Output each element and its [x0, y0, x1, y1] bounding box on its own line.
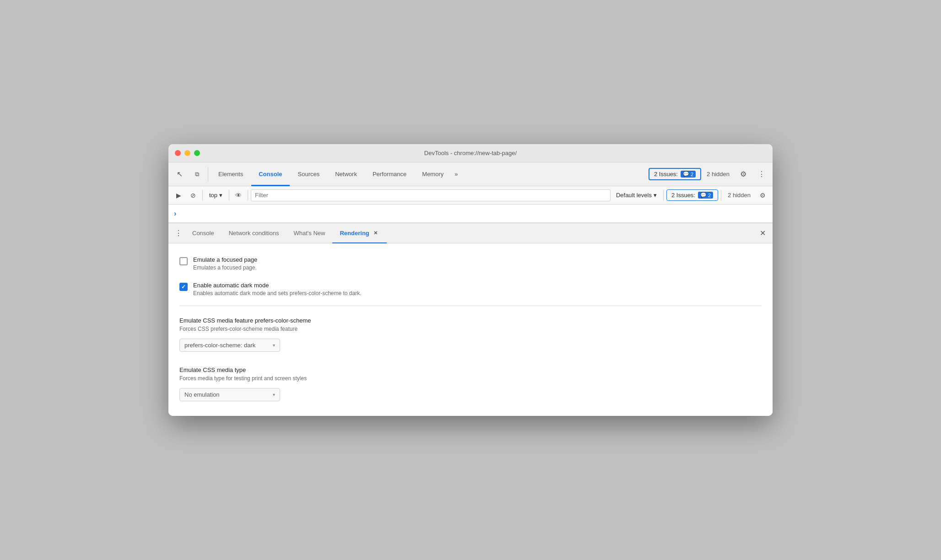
- maximize-button[interactable]: [194, 150, 200, 156]
- css-media-type-dropdown[interactable]: No emulation ▾: [179, 388, 280, 401]
- emulate-focused-text: Emulate a focused page Emulates a focuse…: [193, 256, 762, 271]
- cursor-icon: ↖: [177, 170, 183, 178]
- devtools-window: DevTools - chrome://new-tab-page/ ↖ ⧉ El…: [168, 144, 773, 416]
- cursor-icon-btn[interactable]: ↖: [171, 166, 188, 183]
- more-tabs-button[interactable]: »: [452, 171, 460, 178]
- console-toolbar: ▶ ⊘ top ▾ 👁 Default levels ▾ 2 Issues: 💬…: [168, 186, 773, 205]
- hidden-count-2: 2 hidden: [724, 192, 754, 199]
- top-chevron-icon: ▾: [219, 192, 222, 199]
- css-media-type-section: Emulate CSS media type Forces media type…: [179, 359, 762, 409]
- tab-elements[interactable]: Elements: [211, 162, 250, 186]
- bottom-panel: ⋮ Console Network conditions What's New …: [168, 223, 773, 416]
- default-levels-button[interactable]: Default levels ▾: [612, 190, 660, 200]
- inspect-icon: ⧉: [195, 171, 199, 178]
- rendering-tab-close[interactable]: ✕: [372, 230, 379, 237]
- auto-dark-mode-desc: Enables automatic dark mode and sets pre…: [193, 290, 762, 296]
- toolbar-right: 2 Issues: 💬 2 2 hidden ⚙ ⋮: [649, 166, 770, 183]
- console-cursor: ›: [174, 210, 176, 218]
- top-selector[interactable]: top ▾: [206, 190, 226, 200]
- issues-badge: 💬 2: [681, 171, 696, 178]
- levels-chevron-icon: ▾: [654, 192, 657, 199]
- clear-console-button[interactable]: ▶: [172, 189, 185, 202]
- css-color-scheme-dropdown[interactable]: prefers-color-scheme: dark ▾: [179, 339, 280, 352]
- play-icon: ▶: [176, 192, 181, 199]
- emulate-focused-checkbox[interactable]: [179, 257, 188, 265]
- css-media-type-desc: Forces media type for testing print and …: [179, 375, 762, 382]
- issues-label-2: 2 Issues:: [671, 192, 695, 199]
- gear-icon-2: ⚙: [760, 192, 766, 199]
- console-settings-button[interactable]: ⚙: [756, 189, 769, 202]
- close-icon: ✕: [760, 229, 766, 237]
- tab-console[interactable]: Console: [251, 162, 289, 186]
- console-divider-4: [663, 190, 664, 201]
- bottom-tab-console[interactable]: Console: [185, 223, 222, 243]
- bottom-tab-whats-new[interactable]: What's New: [287, 223, 333, 243]
- hidden-count: 2 hidden: [703, 171, 733, 178]
- settings-button[interactable]: ⚙: [735, 166, 752, 183]
- auto-dark-mode-text: Enable automatic dark mode Enables autom…: [193, 282, 762, 296]
- block-icon-btn[interactable]: ⊘: [187, 189, 200, 202]
- css-color-scheme-chevron-icon: ▾: [273, 343, 275, 348]
- separator-1: [179, 306, 762, 306]
- message-icon: 💬: [683, 171, 689, 177]
- more-vert-icon: ⋮: [758, 170, 765, 178]
- bottom-tab-rendering[interactable]: Rendering ✕: [332, 223, 386, 243]
- issues-badge-2: 💬 2: [698, 192, 713, 199]
- toolbar-divider-1: [208, 167, 208, 182]
- more-vert-icon-2: ⋮: [175, 229, 182, 237]
- main-toolbar: ↖ ⧉ Elements Console Sources Network Per…: [168, 162, 773, 186]
- traffic-lights: [175, 150, 200, 156]
- console-divider-3: [248, 190, 248, 201]
- inspect-icon-btn[interactable]: ⧉: [189, 166, 205, 183]
- tab-network[interactable]: Network: [328, 162, 364, 186]
- issues-button-2[interactable]: 2 Issues: 💬 2: [666, 189, 718, 201]
- eye-icon: 👁: [235, 192, 242, 199]
- rendering-panel: Emulate a focused page Emulates a focuse…: [168, 243, 773, 416]
- bottom-tabs-bar: ⋮ Console Network conditions What's New …: [168, 223, 773, 243]
- more-options-button[interactable]: ⋮: [753, 166, 770, 183]
- bottom-panel-close-button[interactable]: ✕: [756, 227, 769, 240]
- emulate-focused-item: Emulate a focused page Emulates a focuse…: [179, 251, 762, 276]
- console-content[interactable]: ›: [168, 205, 773, 223]
- css-color-scheme-section: Emulate CSS media feature prefers-color-…: [179, 310, 762, 359]
- css-color-scheme-title: Emulate CSS media feature prefers-color-…: [179, 317, 762, 324]
- eye-icon-btn[interactable]: 👁: [232, 189, 245, 202]
- top-label: top: [209, 192, 217, 199]
- window-title: DevTools - chrome://new-tab-page/: [424, 150, 517, 156]
- tab-sources[interactable]: Sources: [291, 162, 327, 186]
- minimize-button[interactable]: [184, 150, 190, 156]
- console-divider-2: [229, 190, 229, 201]
- console-divider-1: [202, 190, 203, 201]
- filter-input[interactable]: [251, 189, 611, 201]
- tab-memory[interactable]: Memory: [415, 162, 451, 186]
- emulate-focused-desc: Emulates a focused page.: [193, 264, 762, 271]
- close-button[interactable]: [175, 150, 181, 156]
- bottom-tab-menu-icon[interactable]: ⋮: [172, 227, 185, 240]
- auto-dark-mode-item: Enable automatic dark mode Enables autom…: [179, 276, 762, 302]
- css-media-type-chevron-icon: ▾: [273, 392, 275, 397]
- bottom-tab-network-conditions[interactable]: Network conditions: [222, 223, 287, 243]
- css-media-type-value: No emulation: [184, 391, 220, 398]
- css-color-scheme-value: prefers-color-scheme: dark: [184, 342, 255, 349]
- issues-button[interactable]: 2 Issues: 💬 2: [649, 168, 701, 180]
- message-icon-2: 💬: [700, 192, 707, 198]
- css-color-scheme-desc: Forces CSS prefers-color-scheme media fe…: [179, 326, 762, 332]
- console-divider-5: [721, 190, 721, 201]
- tab-performance[interactable]: Performance: [365, 162, 414, 186]
- title-bar: DevTools - chrome://new-tab-page/: [168, 144, 773, 162]
- auto-dark-mode-checkbox[interactable]: [179, 283, 188, 291]
- issues-label: 2 Issues:: [654, 171, 678, 178]
- auto-dark-mode-title: Enable automatic dark mode: [193, 282, 762, 289]
- gear-icon: ⚙: [740, 170, 746, 178]
- emulate-focused-title: Emulate a focused page: [193, 256, 762, 263]
- block-icon: ⊘: [190, 192, 196, 199]
- css-media-type-title: Emulate CSS media type: [179, 366, 762, 373]
